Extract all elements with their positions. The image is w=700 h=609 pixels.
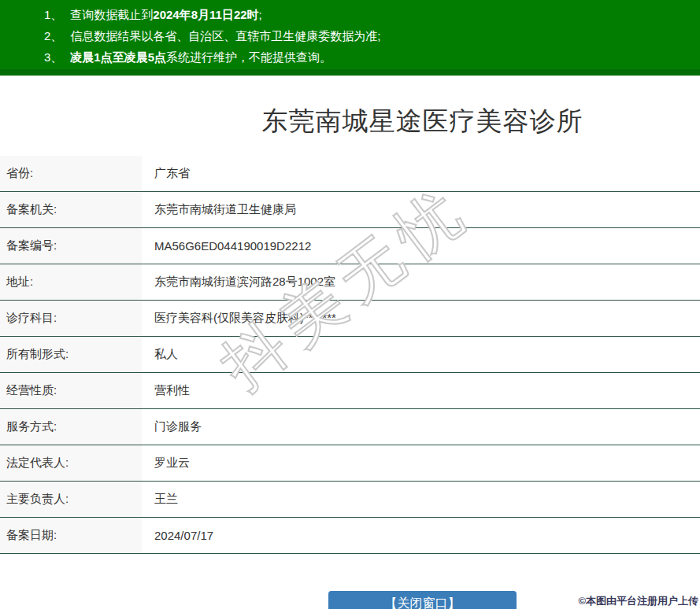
table-row: 主要负责人: 王兰: [0, 482, 700, 518]
notice-line-1-number: 1、: [44, 8, 62, 21]
notice-line-1: 1、查询数据截止到2024年8月11日22时;: [0, 4, 700, 25]
row-label: 备案日期:: [0, 518, 142, 553]
row-label: 备案机关:: [0, 192, 142, 227]
notice-line-3: 3、凌晨1点至凌晨5点系统进行维护，不能提供查询。: [0, 46, 700, 68]
row-value: 东莞市南城街道卫生健康局: [142, 202, 296, 217]
row-value: 东莞市南城街道滨河路28号1002室: [142, 275, 335, 290]
notice-line-3-suffix: 系统进行维护，不能提供查询。: [166, 50, 331, 64]
row-value: MA56G6ED044190019D2212: [142, 239, 311, 253]
row-label: 备案编号:: [0, 228, 142, 264]
table-row: 服务方式: 门诊服务: [0, 409, 700, 445]
notice-line-1-text: 查询数据截止到: [70, 8, 153, 21]
table-row: 备案机关: 东莞市南城街道卫生健康局: [0, 192, 700, 228]
row-label: 省份:: [0, 156, 142, 191]
table-row: 省份: 广东省: [0, 156, 700, 192]
notice-bar: 1、查询数据截止到2024年8月11日22时; 2、信息数据结果以各省、自治区、…: [0, 0, 700, 76]
row-label: 经营性质:: [0, 373, 142, 408]
notice-line-2-text: 信息数据结果以各省、自治区、直辖市卫生健康委数据为准;: [70, 29, 380, 42]
table-row: 法定代表人: 罗业云: [0, 445, 700, 482]
row-value: 私人: [142, 347, 178, 362]
table-row: 地址: 东莞市南城街道滨河路28号1002室: [0, 264, 700, 301]
main-content: 东莞南城星途医疗美容诊所 省份: 广东省 备案机关: 东莞市南城街道卫生健康局 …: [0, 104, 700, 609]
table-row: 经营性质: 营利性: [0, 373, 700, 409]
upload-credit-watermark: ©本图由平台注册用户上传: [578, 594, 698, 608]
row-label: 主要负责人:: [0, 482, 142, 517]
table-row: 备案编号: MA56G6ED044190019D2212: [0, 228, 700, 264]
row-value: 王兰: [142, 492, 178, 507]
row-label: 诊疗科目:: [0, 301, 142, 336]
notice-line-3-bold: 凌晨1点至凌晨5点: [70, 50, 166, 64]
notice-line-3-number: 3、: [44, 50, 62, 64]
row-label: 所有制形式:: [0, 337, 142, 372]
row-label: 服务方式:: [0, 409, 142, 445]
table-row: 诊疗科目: 医疗美容科(仅限美容皮肤科)*******: [0, 301, 700, 337]
notice-line-2-number: 2、: [44, 29, 62, 42]
table-row: 所有制形式: 私人: [0, 337, 700, 373]
table-row: 备案日期: 2024/07/17: [0, 518, 700, 554]
row-label: 地址:: [0, 264, 142, 300]
row-value: 2024/07/17: [142, 529, 213, 542]
row-value: 营利性: [142, 383, 190, 398]
row-value: 医疗美容科(仅限美容皮肤科)*******: [142, 311, 336, 326]
row-value: 罗业云: [142, 456, 190, 471]
page-title: 东莞南城星途医疗美容诊所: [0, 104, 700, 139]
registration-info-table: 省份: 广东省 备案机关: 东莞市南城街道卫生健康局 备案编号: MA56G6E…: [0, 156, 700, 554]
row-value: 广东省: [142, 166, 190, 181]
notice-line-1-suffix: ;: [259, 8, 262, 21]
notice-line-1-bold: 2024年8月11日22时: [153, 8, 258, 21]
notice-line-2: 2、信息数据结果以各省、自治区、直辖市卫生健康委数据为准;: [0, 25, 700, 46]
close-window-button[interactable]: 【关闭窗口】: [328, 591, 517, 609]
row-label: 法定代表人:: [0, 445, 142, 481]
row-value: 门诊服务: [142, 419, 202, 434]
